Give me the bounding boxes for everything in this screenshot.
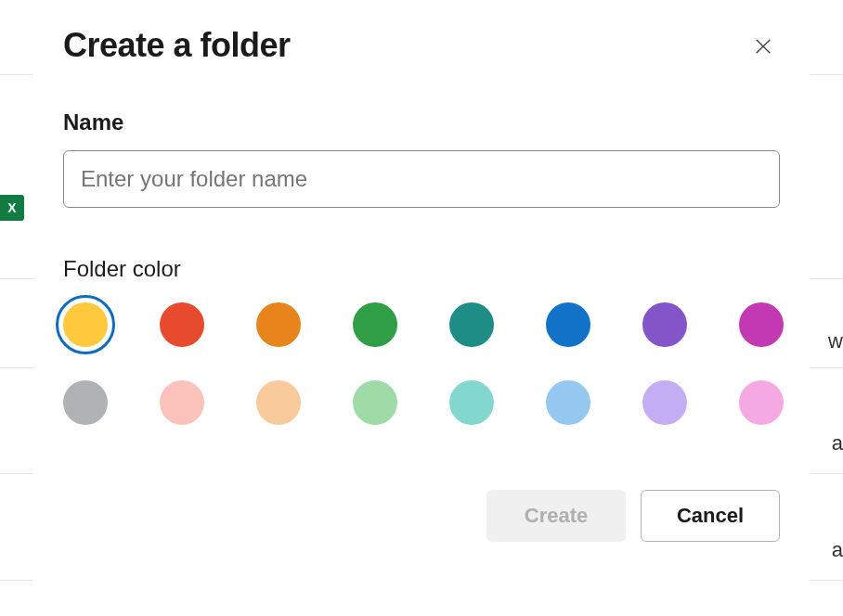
color-swatch-light-orange[interactable]	[256, 380, 301, 425]
color-swatch-teal[interactable]	[449, 302, 494, 347]
name-label: Name	[63, 109, 780, 135]
color-swatch-grey[interactable]	[63, 380, 108, 425]
color-swatch-light-pink[interactable]	[739, 380, 784, 425]
dialog-header: Create a folder	[63, 26, 780, 65]
dialog-title: Create a folder	[63, 26, 291, 65]
close-button[interactable]	[746, 30, 780, 63]
color-swatch-light-green[interactable]	[353, 380, 397, 425]
color-swatch-light-blue[interactable]	[546, 380, 590, 425]
color-swatch-green[interactable]	[353, 302, 397, 347]
color-swatch-light-teal[interactable]	[449, 380, 494, 425]
color-swatch-light-purple[interactable]	[642, 380, 687, 425]
excel-icon: X	[0, 195, 24, 221]
bg-text-fragment: w	[828, 329, 843, 353]
dialog-footer: Create Cancel	[63, 490, 780, 542]
color-swatch-orange[interactable]	[256, 302, 301, 347]
bg-text-fragment: a	[832, 431, 843, 456]
close-icon	[753, 36, 773, 57]
color-swatch-purple[interactable]	[642, 302, 687, 347]
create-folder-dialog: Create a folder Name Folder color Create…	[33, 0, 810, 616]
color-swatch-blue[interactable]	[546, 302, 590, 347]
folder-color-label: Folder color	[63, 256, 780, 282]
cancel-button[interactable]: Cancel	[641, 490, 780, 542]
create-button[interactable]: Create	[486, 490, 626, 542]
color-swatch-yellow[interactable]	[63, 302, 108, 347]
folder-name-input[interactable]	[63, 150, 780, 208]
color-swatch-magenta[interactable]	[739, 302, 784, 347]
color-swatch-red[interactable]	[160, 302, 204, 347]
color-grid	[63, 302, 780, 425]
bg-text-fragment: a	[832, 538, 843, 562]
color-swatch-light-red[interactable]	[160, 380, 204, 425]
